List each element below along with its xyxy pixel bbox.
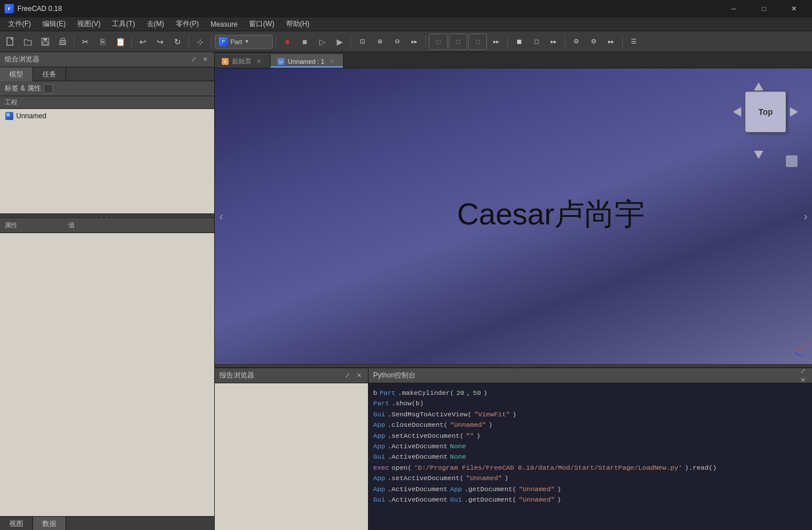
python-token: None xyxy=(450,452,466,462)
python-title: Python控制台 xyxy=(373,371,416,380)
tree-item-unnamed[interactable]: Unnamed xyxy=(0,109,214,123)
menu-file[interactable]: 文件(F) xyxy=(2,18,37,30)
menu-window[interactable]: 窗口(W) xyxy=(243,18,280,30)
combo-tab-task[interactable]: 任务 xyxy=(33,67,66,81)
menu-measure[interactable]: Measure xyxy=(205,19,244,30)
toolbar-extra[interactable]: ⚙ xyxy=(568,34,584,50)
resize-handle-top[interactable]: - - - - - xyxy=(0,213,214,218)
toolbar-zoom-in[interactable]: ⊕ xyxy=(371,34,388,50)
svg-rect-2 xyxy=(44,38,47,41)
nav-right-arrow[interactable]: › xyxy=(804,210,807,223)
python-line: Part.show(b) xyxy=(373,398,807,409)
nav-cube-small[interactable] xyxy=(786,155,797,167)
python-token: "Unnamed" xyxy=(466,473,502,484)
python-token: ) xyxy=(477,431,481,441)
combo-close-btn[interactable]: ✕ xyxy=(200,55,210,64)
menu-help[interactable]: 帮助(H) xyxy=(280,18,316,30)
tab-startpage-label: 起始页 xyxy=(232,57,251,66)
svg-text:S: S xyxy=(223,59,226,64)
python-token: b xyxy=(373,388,377,398)
svg-marker-13 xyxy=(790,107,798,117)
toolbar-undo[interactable]: ↩ xyxy=(135,34,151,50)
toolbar-top-view[interactable]: ⬚ xyxy=(449,34,467,50)
python-token: "Unnamed" xyxy=(450,420,486,430)
nav-arrow-left[interactable] xyxy=(731,105,745,119)
toolbar-save[interactable] xyxy=(37,34,53,50)
toolbar-pointer[interactable]: ⊹ xyxy=(192,34,208,50)
menu-go[interactable]: 去(M) xyxy=(141,18,170,30)
toolbar-redo[interactable]: ↪ xyxy=(152,34,168,50)
toolbar-settings[interactable]: ☰ xyxy=(626,34,642,50)
toolbar-play[interactable]: ▶ xyxy=(331,34,348,50)
toolbar-stop[interactable]: ■ xyxy=(297,34,313,50)
menu-tools[interactable]: 工具(T) xyxy=(106,18,140,30)
toolbar-zoom-fit[interactable]: ⊡ xyxy=(354,34,370,50)
toolbar-copy[interactable]: ⎘ xyxy=(95,34,111,50)
report-close-btn[interactable]: ✕ xyxy=(354,371,363,380)
vp-tab-unnamed[interactable]: U Unnamed : 1 ✕ xyxy=(270,54,344,68)
tab-unnamed-close[interactable]: ✕ xyxy=(328,57,336,66)
menu-edit[interactable]: 编辑(E) xyxy=(37,18,71,30)
toolbar-record[interactable]: ● xyxy=(279,34,295,50)
vp-tab-startpage[interactable]: S 起始页 ✕ xyxy=(215,54,270,68)
toolbar-print[interactable] xyxy=(55,34,71,50)
nav-arrow-right[interactable] xyxy=(786,105,800,119)
separator-4 xyxy=(211,35,212,48)
toolbar-paste[interactable]: 📋 xyxy=(112,34,128,50)
toolbar-shapes2[interactable]: ◻ xyxy=(528,34,544,50)
separator-8 xyxy=(507,35,508,48)
report-header: 报告浏览器 ⤢ ✕ xyxy=(215,368,368,383)
workbench-dropdown[interactable]: P Part ▼ xyxy=(215,35,273,49)
toolbar-extra3[interactable]: ▸▸ xyxy=(603,34,619,50)
menu-part[interactable]: 零件(P) xyxy=(170,18,205,30)
python-line: App.ActiveDocument App.getDocument("Unna… xyxy=(373,484,807,495)
tab-unnamed-label: Unnamed : 1 xyxy=(288,58,324,65)
viewport[interactable]: Caesar卢尚宇 ‹ Top xyxy=(215,68,812,364)
combo-tab-model[interactable]: 模型 xyxy=(0,67,33,81)
python-token: ) xyxy=(557,495,561,505)
python-token: , xyxy=(467,388,471,398)
toolbar-zoom-more[interactable]: ▸▸ xyxy=(406,34,423,50)
combo-expand-btn[interactable]: ⤢ xyxy=(189,55,198,64)
window-maximize[interactable]: □ xyxy=(750,0,777,17)
toolbar-export[interactable]: ▷ xyxy=(314,34,330,50)
left-tab-data[interactable]: 数据 xyxy=(33,517,66,530)
window-minimize[interactable]: ─ xyxy=(720,0,747,17)
report-expand-btn[interactable]: ⤢ xyxy=(342,371,352,380)
toolbar-open[interactable] xyxy=(20,34,36,50)
window-close[interactable]: ✕ xyxy=(781,0,807,17)
toolbar-view-more[interactable]: ▸▸ xyxy=(488,34,504,50)
menu-view[interactable]: 视图(V) xyxy=(71,18,106,30)
separator-9 xyxy=(565,35,565,48)
nav-arrow-down[interactable] xyxy=(752,147,766,161)
toolbar-right-view[interactable]: ⬚ xyxy=(468,34,487,50)
python-expand-btn[interactable]: ⤢ xyxy=(798,366,807,376)
toolbar-cut[interactable]: ✂ xyxy=(77,34,93,50)
toolbar-front-view[interactable]: ⬚ xyxy=(429,34,447,50)
python-token: "Unnamed" xyxy=(519,484,555,495)
separator-6 xyxy=(351,35,351,48)
toolbar-more[interactable]: ▸▸ xyxy=(546,34,562,50)
toolbar-shapes[interactable]: ◼ xyxy=(511,34,527,50)
toolbar-zoom-out[interactable]: ⊖ xyxy=(389,34,405,50)
tab-startpage-close[interactable]: ✕ xyxy=(255,57,263,66)
python-token: ).read() xyxy=(685,463,717,473)
tag-section: 标签 & 属性 xyxy=(0,81,214,96)
axis-indicator: Y Z xyxy=(783,341,806,358)
python-line: exec open('D:/Program Files/FreeCAD 0.18… xyxy=(373,463,807,473)
nav-left-arrow[interactable]: ‹ xyxy=(219,210,223,223)
toolbar-refresh[interactable]: ↻ xyxy=(169,34,186,50)
viewport-tabs: S 起始页 ✕ U Unnamed : 1 ✕ xyxy=(215,52,812,68)
python-token: .ActiveDocument xyxy=(388,452,448,462)
combo-view-header: 组合浏览器 ⤢ ✕ xyxy=(0,52,214,67)
python-console-content[interactable]: b Part.makeCylinder(20,50)Part.show(b)Gu… xyxy=(369,383,812,530)
python-token: .ActiveDocument xyxy=(388,484,448,495)
nav-cube-face-top[interactable]: Top xyxy=(745,92,786,132)
tag-extra-btn[interactable] xyxy=(44,84,53,93)
python-token: None xyxy=(450,441,466,452)
python-actions: ⤢ ✕ xyxy=(798,366,807,385)
python-token: 20 xyxy=(456,388,464,398)
toolbar-extra2[interactable]: ⚙ xyxy=(586,34,602,50)
toolbar-new[interactable] xyxy=(2,34,19,50)
left-tab-view[interactable]: 视图 xyxy=(0,517,33,530)
